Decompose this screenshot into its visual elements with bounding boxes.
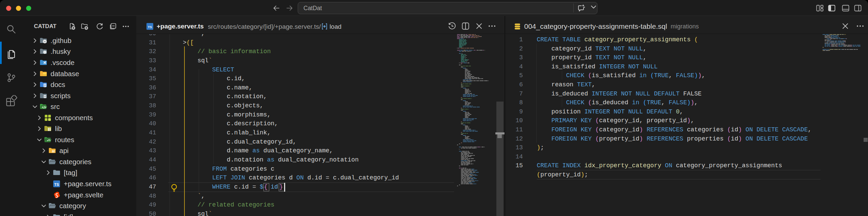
svg-text:TS: TS	[54, 182, 59, 187]
svg-text:TS: TS	[148, 25, 152, 29]
